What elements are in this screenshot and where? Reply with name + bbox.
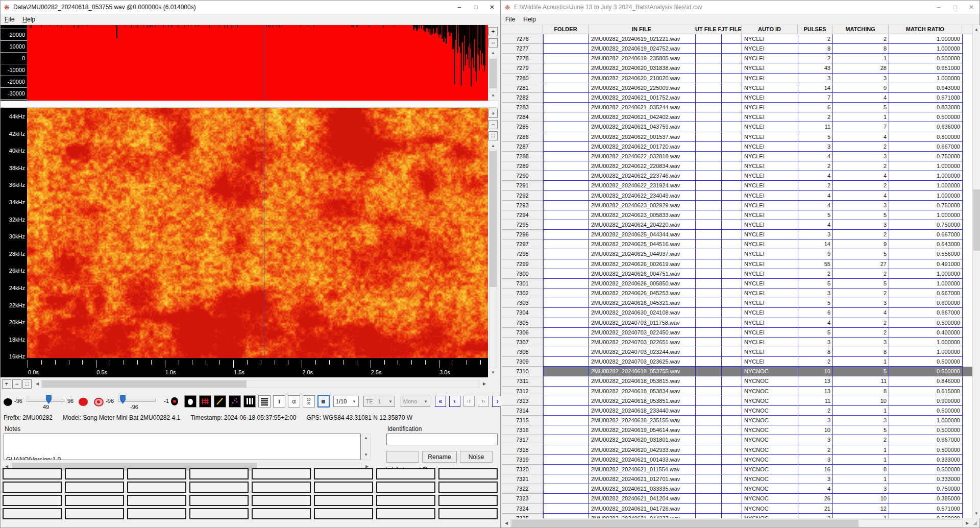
maximize-button[interactable]: □	[468, 1, 484, 13]
column-header[interactable]: IN FILE	[589, 25, 695, 34]
table-row[interactable]: 72922MU00282_20240622_234049.wavNYCLEI44…	[502, 191, 972, 201]
dots-icon[interactable]	[229, 395, 241, 407]
scroll-down-icon[interactable]: ▼	[489, 370, 497, 375]
close-button[interactable]: ✕	[963, 1, 979, 13]
table-row[interactable]: 73092MU00282_20240703_023625.wavNYCLEI21…	[502, 357, 972, 367]
table-row[interactable]: 72832MU00282_20240621_035244.wavNYCLEI65…	[502, 103, 972, 112]
table-row[interactable]: 73012MU00282_20240626_005850.wavNYCLEI55…	[502, 279, 972, 289]
table-row[interactable]: 72932MU00282_20240623_002929.wavNYCLEI43…	[502, 201, 972, 210]
table-row[interactable]: 73072MU00282_20240703_022651.wavNYCLEI33…	[502, 338, 972, 347]
table-row[interactable]: 73022MU00282_20240626_045253.wavNYCLEI32…	[502, 289, 972, 298]
binary-icon[interactable]: 1001	[303, 395, 315, 407]
table-row[interactable]: 73152MU00282_20240618_235155.wavNYCNOC33…	[502, 416, 972, 425]
minimize-button[interactable]: –	[930, 1, 947, 13]
spectrogram-canvas[interactable]	[27, 108, 488, 358]
column-header[interactable]: PULSES	[798, 25, 832, 34]
spectrogram-vscrollbar[interactable]	[489, 150, 497, 368]
waveform-canvas[interactable]	[27, 25, 488, 101]
table-row[interactable]: 72812MU00282_20240620_225009.wavNYCLEI14…	[502, 83, 972, 93]
column-header[interactable]	[962, 25, 972, 34]
table-row[interactable]: 73002MU00282_20240626_004751.wavNYCLEI22…	[502, 269, 972, 279]
species-button[interactable]	[314, 508, 373, 519]
trigger-icon[interactable]	[171, 397, 178, 405]
notes-textarea[interactable]: GUANO|Version:1.0	[4, 434, 361, 460]
maximize-button[interactable]: □	[947, 1, 963, 13]
table-vscrollbar[interactable]: ▲ ▼	[972, 25, 980, 518]
rename-button[interactable]: Rename	[422, 451, 457, 463]
scroll-left-icon[interactable]: ◀	[503, 521, 509, 525]
species-button[interactable]	[376, 468, 435, 479]
species-button[interactable]	[252, 495, 311, 506]
trigger-slider-thumb[interactable]	[120, 395, 126, 404]
hzoom-out-button[interactable]: −	[12, 379, 21, 389]
table-row[interactable]: 72872MU00282_20240622_001720.wavNYCLEI32…	[502, 142, 972, 152]
table-row[interactable]: 72982MU00282_20240625_044937.wavNYCLEI95…	[502, 249, 972, 259]
species-button[interactable]	[65, 508, 124, 519]
notes-vscrollbar[interactable]: ▲ ▼	[362, 434, 371, 460]
scroll-down-icon[interactable]: ▼	[489, 93, 497, 98]
table-row[interactable]: 73142MU00282_20240618_233440.wavNYCNOC21…	[502, 406, 972, 416]
species-button[interactable]	[438, 508, 498, 519]
waveform-vscrollbar[interactable]	[489, 57, 497, 92]
table-row[interactable]: 72852MU00282_20240621_043759.wavNYCLEI11…	[502, 122, 972, 132]
spectrogram-hscrollbar[interactable]	[41, 380, 479, 388]
spectrogram-fit-button[interactable]: ⛶	[488, 131, 498, 140]
table-row[interactable]: 72822MU00282_20240621_001752.wavNYCLEI74…	[502, 93, 972, 103]
zoom-ratio-select[interactable]: 1/10 ▼	[333, 396, 359, 407]
menu-help[interactable]: Help	[519, 15, 540, 24]
table-row[interactable]: 73162MU00282_20240619_054614.wavNYCNOC10…	[502, 425, 972, 435]
table-row[interactable]: 72792MU00282_20240620_031838.wavNYCLEI43…	[502, 63, 972, 73]
species-button[interactable]	[189, 495, 249, 506]
table-row[interactable]: 72782MU00282_20240619_235805.wavNYCLEI21…	[502, 54, 972, 63]
species-button[interactable]	[3, 468, 62, 479]
list-icon[interactable]	[258, 395, 271, 407]
scroll-down-icon[interactable]: ▼	[972, 511, 980, 516]
species-button[interactable]	[376, 495, 435, 506]
species-button[interactable]	[252, 468, 311, 479]
table-row[interactable]: 73222MU00282_20240621_033335.wavNYCNOC43…	[502, 484, 972, 494]
blank-button[interactable]	[386, 451, 419, 463]
next-trigger-button[interactable]: T›	[478, 396, 489, 407]
table-row[interactable]: 72882MU00282_20240622_032818.wavNYCLEI43…	[502, 152, 972, 161]
spectrogram-zoom-out-button[interactable]: −	[488, 120, 498, 129]
hzoom-fit-button[interactable]: ⛶	[22, 379, 32, 389]
table-row[interactable]: 73122MU00282_20240618_053834.wavNYCNOC13…	[502, 387, 972, 396]
species-button[interactable]	[189, 482, 249, 493]
spectrogram-vscroll-thumb[interactable]	[489, 151, 497, 287]
table-row[interactable]: 72972MU00282_20240625_044516.wavNYCLEI14…	[502, 239, 972, 249]
table-row[interactable]: 73212MU00282_20240621_012701.wavNYCNOC31…	[502, 474, 972, 484]
species-button[interactable]	[127, 508, 186, 519]
table-row[interactable]: 72762MU00282_20240619_021221.wavNYCLEI22…	[502, 34, 972, 44]
table-row[interactable]: 73232MU00282_20240621_041204.wavNYCNOC26…	[502, 494, 972, 503]
first-file-button[interactable]: «	[435, 396, 446, 407]
species-button[interactable]	[3, 482, 62, 493]
table-row[interactable]: 72942MU00282_20240623_005833.wavNYCLEI55…	[502, 210, 972, 220]
table-row[interactable]: 72952MU00282_20240624_204220.wavNYCLEI43…	[502, 220, 972, 230]
table-row[interactable]: 72842MU00282_20240621_042402.wavNYCLEI21…	[502, 112, 972, 122]
noise-button[interactable]: Noise	[460, 451, 493, 463]
scroll-up-icon[interactable]: ▲	[489, 143, 497, 148]
table-row[interactable]: 73062MU00282_20240703_022450.wavNYCLEI52…	[502, 328, 972, 338]
table-row[interactable]: 73082MU00282_20240703_023244.wavNYCLEI88…	[502, 347, 972, 357]
species-button[interactable]	[314, 468, 373, 479]
pen-icon[interactable]	[214, 395, 226, 407]
table-row[interactable]: 73032MU00282_20240626_045321.wavNYCLEI53…	[502, 298, 972, 308]
table-row[interactable]: 73252MU00282_20240621_044327.wavNYCNOC21…	[502, 514, 972, 518]
scroll-right-icon[interactable]: ▶	[964, 521, 970, 525]
column-header[interactable]: MATCHING	[832, 25, 889, 34]
species-button[interactable]	[252, 508, 311, 519]
menu-file[interactable]: File	[1, 15, 18, 24]
species-button[interactable]	[252, 482, 311, 493]
column-header[interactable]: MATCH RATIO	[889, 25, 962, 34]
prev-trigger-button[interactable]: ‹T	[463, 396, 475, 407]
table-row[interactable]: 72992MU00282_20240626_002619.wavNYCLEI55…	[502, 259, 972, 269]
resize-grip-icon[interactable]: ◢	[971, 519, 978, 526]
monitor-icon[interactable]	[94, 398, 104, 406]
column-header[interactable]: AUTO ID	[742, 25, 798, 34]
species-button[interactable]	[314, 482, 373, 493]
table-row[interactable]: 73172MU00282_20240620_031801.wavNYCNOC32…	[502, 435, 972, 445]
species-button[interactable]	[65, 468, 124, 479]
species-button[interactable]	[376, 508, 435, 519]
channel-select[interactable]: Mono ▼	[401, 396, 430, 407]
table-row[interactable]: 72902MU00282_20240622_223746.wavNYCLEI44…	[502, 171, 972, 181]
